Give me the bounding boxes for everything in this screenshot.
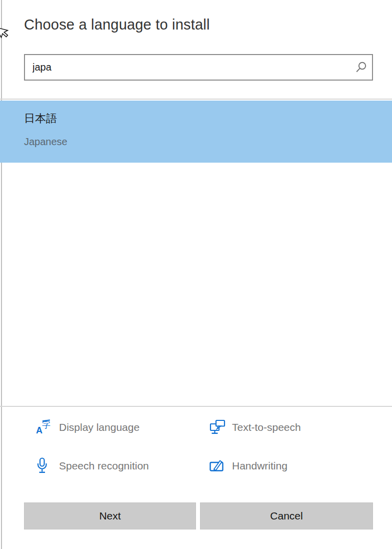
handwriting-icon <box>209 458 227 474</box>
mouse-cursor-icon <box>0 25 8 42</box>
header-divider <box>0 99 392 100</box>
dialog-title: Choose a language to install <box>24 17 210 33</box>
legend-text-to-speech: Text-to-speech <box>209 417 301 438</box>
legend-handwriting: Handwriting <box>209 455 288 476</box>
add-language-dialog: Choose a language to install 日本語 Japanes… <box>0 0 392 549</box>
language-result-japanese[interactable]: 日本語 Japanese <box>0 101 392 163</box>
legend-divider <box>0 406 392 407</box>
language-search-box <box>24 54 373 81</box>
language-english-name: Japanese <box>24 136 68 148</box>
next-button[interactable]: Next <box>24 502 196 529</box>
svg-text:字: 字 <box>42 420 50 430</box>
dialog-left-border <box>1 0 2 549</box>
language-native-name: 日本語 <box>24 111 57 126</box>
legend-label: Display language <box>59 421 140 433</box>
translate-icon: A 字 <box>36 419 54 436</box>
legend-label: Speech recognition <box>59 460 149 472</box>
legend-display-language: A 字 Display language <box>36 417 140 438</box>
cancel-button[interactable]: Cancel <box>200 502 373 529</box>
legend-label: Text-to-speech <box>232 421 301 433</box>
text-to-speech-icon <box>209 419 227 436</box>
legend-label: Handwriting <box>232 460 288 472</box>
microphone-icon <box>36 457 54 475</box>
legend-speech-recognition: Speech recognition <box>36 455 149 476</box>
search-icon[interactable] <box>350 55 372 80</box>
language-search-input[interactable] <box>25 55 350 80</box>
